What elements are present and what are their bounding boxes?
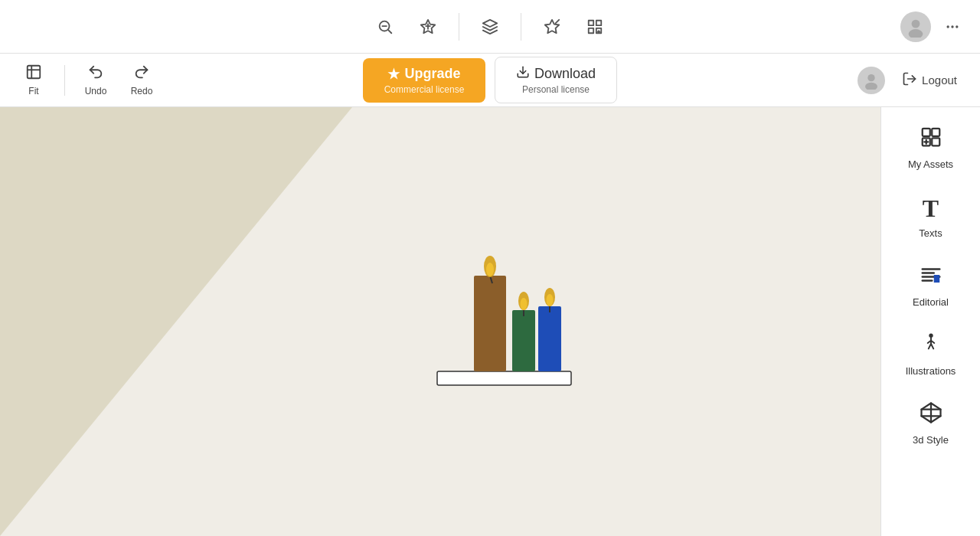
download-icon	[516, 65, 530, 83]
download-button[interactable]: Download Personal license	[495, 57, 617, 103]
svg-rect-50	[933, 275, 939, 283]
sidebar-item-texts[interactable]: T Texts	[881, 182, 980, 251]
fit-icon	[25, 64, 42, 84]
toolbar-right: Logout	[858, 65, 968, 95]
search-button[interactable]	[367, 8, 403, 45]
redo-button[interactable]: Redo	[120, 59, 163, 101]
redo-label: Redo	[131, 86, 153, 96]
layers-button[interactable]	[472, 8, 508, 45]
svg-rect-10	[596, 20, 601, 25]
right-sidebar: My Assets T Texts Editorial	[880, 107, 980, 536]
logout-button[interactable]: Logout	[891, 65, 968, 95]
user-avatar-toolbar[interactable]	[858, 67, 885, 94]
svg-line-1	[388, 30, 391, 33]
candles-svg	[414, 184, 590, 413]
svg-rect-11	[589, 28, 593, 32]
logout-label: Logout	[922, 74, 957, 87]
sidebar-item-editorial[interactable]: Editorial	[881, 251, 980, 320]
top-nav-center	[367, 8, 613, 45]
upgrade-button[interactable]: ★ Upgrade Commercial license	[363, 58, 485, 103]
sidebar-item-my-assets[interactable]: My Assets	[881, 113, 980, 182]
upgrade-sublabel: Commercial license	[384, 84, 465, 95]
logout-icon	[902, 71, 917, 89]
toolbar-divider-1	[64, 65, 65, 96]
svg-point-19	[956, 25, 958, 28]
svg-point-18	[951, 25, 953, 28]
svg-rect-30	[512, 310, 535, 371]
add-frame-button[interactable]	[577, 8, 613, 45]
sidebar-item-3d-style[interactable]: 3d Style	[881, 389, 980, 458]
top-nav-right	[900, 11, 968, 42]
svg-rect-20	[28, 66, 41, 79]
svg-rect-40	[922, 129, 929, 136]
main-content: My Assets T Texts Editorial	[0, 107, 980, 536]
editorial-icon	[920, 263, 942, 292]
canvas-area[interactable]	[0, 107, 880, 536]
sidebar-item-illustrations[interactable]: Illustrations	[881, 320, 980, 389]
3d-style-icon	[920, 401, 942, 430]
top-navbar	[0, 0, 980, 54]
redo-icon	[133, 64, 150, 84]
fit-button[interactable]: Fit	[12, 59, 55, 101]
undo-button[interactable]: Undo	[74, 59, 117, 101]
svg-point-17	[947, 25, 949, 28]
nav-divider-2	[521, 13, 521, 41]
editorial-label: Editorial	[913, 296, 949, 308]
favorites-button[interactable]	[534, 8, 570, 45]
svg-rect-41	[932, 129, 939, 136]
download-sublabel: Personal license	[522, 84, 590, 95]
illustrations-label: Illustrations	[906, 365, 956, 377]
svg-point-16	[909, 29, 923, 38]
upgrade-star-icon: ★	[387, 66, 400, 83]
candle-illustration	[414, 184, 590, 417]
svg-rect-9	[589, 20, 593, 25]
toolbar: Fit Undo Redo ★	[0, 54, 980, 107]
svg-line-56	[931, 344, 933, 348]
svg-point-37	[520, 298, 527, 310]
undo-label: Undo	[85, 86, 107, 96]
my-assets-icon	[920, 126, 942, 154]
svg-point-39	[546, 294, 553, 306]
svg-point-25	[865, 82, 877, 89]
texts-label: Texts	[919, 227, 942, 239]
undo-icon	[87, 64, 104, 84]
more-options-button[interactable]	[937, 11, 968, 42]
toolbar-left: Fit Undo Redo	[12, 59, 163, 101]
svg-marker-6	[483, 19, 497, 26]
3d-style-label: 3d Style	[913, 434, 949, 446]
svg-line-8	[556, 19, 560, 23]
texts-icon: T	[923, 194, 939, 223]
svg-point-15	[912, 19, 920, 28]
my-assets-label: My Assets	[908, 159, 953, 170]
toolbar-center: ★ Upgrade Commercial license Download Pe…	[363, 57, 617, 103]
avatar[interactable]	[900, 11, 931, 42]
upgrade-label: Upgrade	[404, 66, 460, 82]
illustrations-icon	[920, 332, 942, 361]
fit-label: Fit	[28, 86, 38, 96]
svg-point-35	[486, 263, 494, 276]
nav-divider-1	[459, 13, 459, 41]
svg-rect-28	[474, 276, 506, 371]
star-button[interactable]	[410, 8, 446, 45]
svg-point-24	[867, 74, 874, 81]
svg-rect-27	[437, 371, 571, 385]
svg-rect-32	[538, 306, 561, 371]
download-label: Download	[534, 66, 596, 82]
svg-rect-43	[932, 138, 939, 145]
